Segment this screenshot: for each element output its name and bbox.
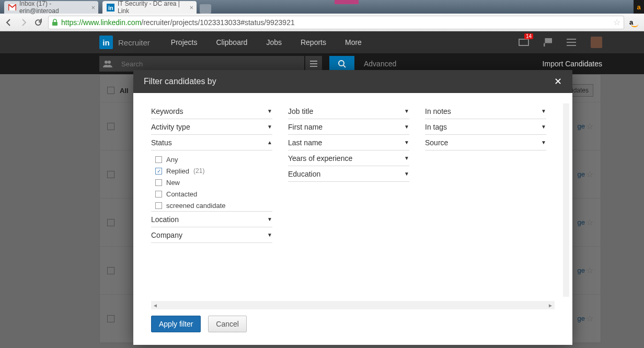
svg-point-3: [105, 61, 108, 64]
brand-text: Recruiter: [118, 38, 150, 47]
checkbox[interactable]: [155, 191, 162, 198]
filter-in-tags[interactable]: In tags▼: [425, 119, 546, 135]
tab-title: Inbox (17) - erin@interoad: [19, 0, 86, 15]
linkedin-logo[interactable]: in: [99, 36, 113, 49]
mail-icon[interactable]: 14: [519, 39, 529, 46]
scroll-right-icon[interactable]: ►: [546, 301, 555, 309]
modal-header: Filter candidates by ✕: [133, 70, 572, 93]
filter-last-name[interactable]: Last name▼: [288, 135, 409, 150]
nav-reports[interactable]: Reports: [301, 38, 326, 47]
bookmark-star-icon[interactable]: ☆: [613, 17, 620, 27]
status-option-new[interactable]: New: [155, 177, 272, 188]
browser-tab-linkedin[interactable]: in IT Security - DC area | Link ×: [102, 1, 197, 14]
status-option-replied[interactable]: Replied (21): [155, 165, 272, 177]
checkbox[interactable]: [155, 156, 162, 163]
search-options-icon[interactable]: [305, 56, 322, 72]
address-bar[interactable]: https://www.linkedin.com/recruiter/proje…: [48, 16, 624, 29]
chevron-down-icon: ▼: [541, 108, 546, 114]
chevron-down-icon: ▼: [404, 171, 409, 177]
chevron-down-icon: ▼: [404, 140, 409, 145]
filter-in-notes[interactable]: In notes▼: [425, 103, 546, 119]
chevron-down-icon: ▼: [267, 216, 272, 222]
apply-filter-button[interactable]: Apply filter: [151, 316, 201, 332]
flag-icon[interactable]: [544, 38, 552, 47]
filter-keywords[interactable]: Keywords▼: [151, 103, 272, 119]
svg-rect-2: [52, 22, 58, 26]
modal-title: Filter candidates by: [144, 77, 216, 86]
svg-point-5: [339, 61, 344, 66]
lock-icon: [52, 19, 58, 26]
close-icon[interactable]: ×: [189, 4, 193, 11]
nav-clipboard[interactable]: Clipboard: [216, 38, 247, 47]
filter-status[interactable]: Status▲: [151, 135, 272, 150]
close-icon[interactable]: ×: [91, 4, 95, 11]
filter-job-title[interactable]: Job title▼: [288, 103, 409, 119]
chevron-down-icon: ▼: [541, 140, 546, 145]
reload-button[interactable]: [33, 18, 43, 27]
linkedin-icon: in: [107, 4, 114, 11]
modal-body: Keywords▼ Activity type▼ Status▲ Any Rep…: [133, 93, 572, 301]
checkbox[interactable]: [155, 179, 162, 186]
chevron-down-icon: ▼: [267, 232, 272, 238]
advanced-link[interactable]: Advanced: [364, 60, 396, 68]
checkbox[interactable]: [155, 202, 162, 209]
filter-column-3: In notes▼ In tags▼ Source▼: [425, 103, 546, 297]
avatar[interactable]: [591, 37, 602, 48]
import-candidates-link[interactable]: Import Candidates: [543, 60, 602, 68]
browser-toolbar: https://www.linkedin.com/recruiter/proje…: [0, 14, 644, 31]
modal-scrollbar-horizontal[interactable]: ◄ ►: [151, 301, 555, 309]
scroll-left-icon[interactable]: ◄: [151, 301, 159, 309]
chevron-down-icon: ▼: [267, 124, 272, 130]
window-decor: [335, 0, 359, 4]
filter-first-name[interactable]: First name▼: [288, 119, 409, 135]
nav-jobs[interactable]: Jobs: [266, 38, 282, 47]
filter-column-2: Job title▼ First name▼ Last name▼ Years …: [288, 103, 409, 297]
url-text: https://www.linkedin.com/recruiter/proje…: [61, 18, 295, 27]
filter-experience[interactable]: Years of experience▼: [288, 150, 409, 166]
people-icon[interactable]: [99, 56, 116, 72]
status-option-any[interactable]: Any: [155, 154, 272, 165]
modal-footer: Apply filter Cancel: [133, 316, 572, 345]
activity-icon[interactable]: [567, 39, 576, 46]
filter-activity-type[interactable]: Activity type▼: [151, 119, 272, 135]
filter-column-1: Keywords▼ Activity type▼ Status▲ Any Rep…: [151, 103, 272, 297]
filter-education[interactable]: Education▼: [288, 166, 409, 182]
close-icon[interactable]: ✕: [554, 76, 562, 87]
status-option-contacted[interactable]: Contacted: [155, 188, 272, 200]
svg-text:in: in: [108, 5, 113, 11]
filter-company[interactable]: Company▼: [151, 227, 272, 243]
browser-tab-gmail[interactable]: Inbox (17) - erin@interoad ×: [4, 1, 98, 14]
nav-projects[interactable]: Projects: [171, 38, 198, 47]
new-tab-button[interactable]: [200, 4, 211, 14]
status-option-screened[interactable]: screened candidate: [155, 200, 272, 211]
gmail-icon: [8, 4, 16, 11]
status-options: Any Replied (21) New Contacted screened …: [151, 150, 272, 211]
chevron-up-icon: ▲: [267, 140, 272, 145]
primary-nav: Projects Clipboard Jobs Reports More: [171, 38, 362, 47]
search-input[interactable]: [116, 56, 304, 72]
mail-badge: 14: [524, 33, 533, 39]
chevron-down-icon: ▼: [541, 124, 546, 130]
chevron-down-icon: ▼: [404, 124, 409, 130]
chevron-down-icon: ▼: [267, 108, 272, 114]
tab-title: IT Security - DC area | Link: [118, 0, 184, 15]
forward-button[interactable]: [19, 18, 28, 27]
modal-scrollbar-vertical[interactable]: [563, 103, 569, 297]
filter-source[interactable]: Source▼: [425, 135, 546, 150]
cancel-button[interactable]: Cancel: [208, 316, 247, 332]
search-button[interactable]: [329, 56, 354, 72]
filter-location[interactable]: Location▼: [151, 212, 272, 227]
back-button[interactable]: [4, 18, 14, 27]
amazon-toolbar-icon[interactable]: a: [629, 18, 640, 26]
svg-point-4: [108, 61, 111, 64]
nav-more[interactable]: More: [345, 38, 362, 47]
app-header: in Recruiter Projects Clipboard Jobs Rep…: [0, 31, 644, 53]
checkbox[interactable]: [155, 168, 162, 175]
chevron-down-icon: ▼: [404, 155, 409, 161]
browser-tab-strip: Inbox (17) - erin@interoad × in IT Secur…: [0, 0, 644, 14]
amazon-extension-icon[interactable]: a: [634, 0, 644, 14]
filter-modal: Filter candidates by ✕ Keywords▼ Activit…: [133, 70, 572, 345]
chevron-down-icon: ▼: [404, 108, 409, 114]
